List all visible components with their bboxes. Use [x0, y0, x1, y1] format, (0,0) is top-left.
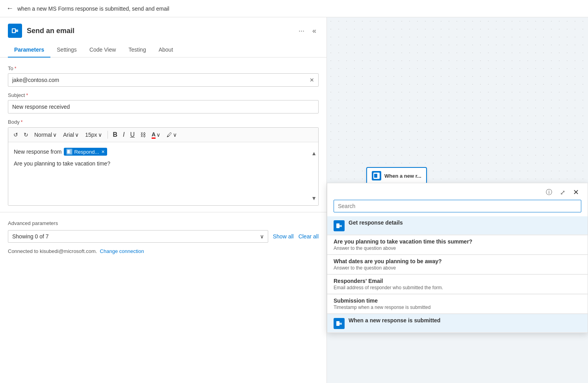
size-chevron-icon: ∨	[98, 132, 102, 138]
undo-button[interactable]: ↺	[11, 130, 20, 139]
size-dropdown[interactable]: 15px ∨	[83, 131, 104, 139]
form-section: To * ✕ Subject * Body *	[0, 58, 326, 206]
panel-header-right: ··· «	[296, 25, 319, 37]
panel-header-left: Send an email	[8, 24, 74, 38]
back-arrow-icon: ←	[6, 4, 13, 12]
svg-rect-7	[374, 174, 377, 178]
popup-item-text-vacation: Are you planning to take vacation time t…	[334, 238, 581, 251]
popup-item-text-responders-email: Responders' Email Email address of respo…	[334, 278, 581, 290]
dynamic-content-popup: ⓘ ⤢ ✕ Get response de	[327, 183, 588, 333]
advanced-row: Showing 0 of 7 ∨ Show all Clear all	[8, 230, 319, 243]
popup-item-title-responders-email: Responders' Email	[334, 278, 581, 284]
collapse-button[interactable]: «	[310, 25, 319, 37]
underline-button[interactable]: U	[128, 130, 137, 139]
popup-info-button[interactable]: ⓘ	[543, 188, 555, 197]
tab-codeview[interactable]: Code View	[83, 43, 122, 58]
right-panel: When a new r... ⓘ ⤢ ✕	[327, 17, 588, 383]
popup-item-submission-time[interactable]: Submission time Timestamp when a new res…	[327, 294, 588, 314]
popup-item-icon-when-new-response	[334, 318, 345, 329]
toolbar-divider-1	[108, 131, 108, 139]
font-dropdown[interactable]: Arial ∨	[61, 131, 81, 139]
expand-icon: ⤢	[560, 189, 565, 196]
popup-item-subtitle-vacation: Answer to the question above	[334, 245, 581, 251]
info-icon: ⓘ	[546, 189, 552, 195]
workflow-node-icon	[372, 171, 381, 180]
showing-select[interactable]: Showing 0 of 7 ∨	[8, 230, 268, 243]
font-color-label: A	[152, 131, 156, 139]
panel-title: Send an email	[27, 27, 74, 35]
more-options-button[interactable]: ···	[296, 25, 307, 37]
svg-rect-9	[336, 223, 339, 228]
dots-background	[327, 17, 588, 183]
change-connection-link[interactable]: Change connection	[100, 248, 144, 254]
style-dropdown[interactable]: Normal ∨	[32, 131, 59, 139]
size-label: 15px	[85, 132, 97, 138]
popup-item-title-dates: What dates are you planning to be away?	[334, 258, 581, 264]
dynamic-search-input[interactable]	[334, 200, 581, 212]
popup-item-subtitle-responders-email: Email address of responder who submitted…	[334, 285, 581, 290]
page-title: when a new MS Forms response is submitte…	[17, 6, 169, 12]
popup-item-title-vacation: Are you planning to take vacation time t…	[334, 238, 581, 245]
tab-settings[interactable]: Settings	[50, 43, 83, 58]
body-prefix-text: New response from	[14, 149, 61, 155]
svg-rect-5	[67, 150, 70, 153]
popup-item-title-get-response: Get response details	[349, 219, 581, 226]
highlight-chevron-icon: ∨	[173, 132, 177, 138]
redo-button[interactable]: ↻	[22, 130, 30, 139]
popup-item-text-when-new-response: When a new response is submitted	[349, 317, 581, 324]
bold-button[interactable]: B	[111, 130, 120, 139]
highlight-dropdown[interactable]: 🖊 ∨	[164, 131, 179, 139]
editor-toolbar: ↺ ↻ Normal ∨ Arial ∨ 15px ∨	[8, 128, 318, 142]
popup-item-text-submission-time: Submission time Timestamp when a new res…	[334, 297, 581, 310]
svg-rect-2	[13, 29, 15, 32]
editor-body[interactable]: New response from Respond... ✕ Are you p…	[8, 142, 318, 205]
popup-item-get-response[interactable]: Get response details	[327, 216, 588, 235]
show-all-button[interactable]: Show all	[273, 233, 294, 240]
popup-item-title-when-new-response: When a new response is submitted	[349, 317, 581, 324]
subject-field-wrapper	[8, 100, 319, 113]
scroll-down-button[interactable]: ▼	[311, 195, 317, 201]
to-field-wrapper: ✕	[8, 73, 319, 87]
popup-expand-button[interactable]: ⤢	[558, 188, 568, 197]
popup-header-row: ⓘ ⤢ ✕	[327, 183, 588, 200]
popup-item-responders-email[interactable]: Responders' Email Email address of respo…	[327, 275, 588, 294]
popup-item-when-new-response[interactable]: When a new response is submitted	[327, 314, 588, 333]
body-line-1: New response from Respond... ✕	[14, 148, 313, 156]
chip-close-button[interactable]: ✕	[101, 149, 105, 154]
popup-item-vacation[interactable]: Are you planning to take vacation time t…	[327, 235, 588, 255]
to-input[interactable]	[12, 77, 310, 83]
to-clear-button[interactable]: ✕	[310, 77, 314, 83]
connection-text: Connected to kisubedi@microsoft.com. Cha…	[8, 248, 319, 254]
italic-button[interactable]: I	[121, 130, 126, 139]
link-button[interactable]: ⛓	[138, 130, 148, 139]
app-icon	[8, 24, 22, 38]
popup-item-text-dates: What dates are you planning to be away? …	[334, 258, 581, 271]
to-label: To *	[8, 65, 319, 71]
popup-item-dates[interactable]: What dates are you planning to be away? …	[327, 255, 588, 274]
workflow-node-label: When a new r...	[384, 173, 421, 179]
font-color-dropdown[interactable]: A ∨	[149, 130, 163, 139]
scroll-up-button[interactable]: ▲	[311, 150, 317, 156]
popup-close-button[interactable]: ✕	[571, 187, 581, 197]
popup-item-subtitle-dates: Answer to the question above	[334, 265, 581, 271]
body-line-2: Are you planning to take vacation time?	[14, 160, 313, 167]
svg-rect-10	[339, 225, 342, 227]
subject-input[interactable]	[12, 104, 314, 110]
to-required-star: *	[15, 66, 17, 71]
left-panel: Send an email ··· « Parameters Settings …	[0, 17, 327, 383]
clear-all-button[interactable]: Clear all	[299, 233, 319, 240]
tab-testing[interactable]: Testing	[122, 43, 152, 58]
tab-parameters[interactable]: Parameters	[8, 43, 50, 58]
advanced-section: Advanced parameters Showing 0 of 7 ∨ Sho…	[0, 212, 326, 262]
back-button[interactable]: ←	[6, 4, 13, 13]
tab-about[interactable]: About	[152, 43, 180, 58]
body-label: Body *	[8, 119, 319, 125]
respond-chip[interactable]: Respond... ✕	[64, 148, 107, 156]
svg-rect-12	[336, 321, 339, 326]
subject-required-star: *	[26, 93, 28, 98]
style-label: Normal	[34, 132, 52, 138]
workflow-node[interactable]: When a new r...	[366, 167, 427, 184]
chip-label: Respond...	[74, 149, 99, 155]
tabs-bar: Parameters Settings Code View Testing Ab…	[0, 43, 326, 58]
body-required-star: *	[21, 119, 23, 125]
